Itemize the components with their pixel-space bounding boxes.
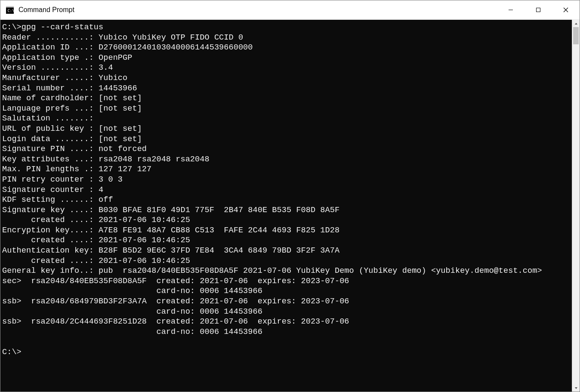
terminal-output[interactable]: C:\>gpg --card-status Reader ...........…	[0, 20, 572, 360]
maximize-button[interactable]	[524, 0, 552, 19]
output-line: General key info..: pub rsa2048/840EB535…	[2, 266, 542, 275]
window-controls	[497, 0, 580, 19]
output-line: Signature key ....: B030 BFAE 81F0 49D1 …	[2, 206, 339, 215]
minimize-button[interactable]	[497, 0, 524, 19]
output-line: Login data .......: [not set]	[2, 135, 142, 144]
close-button[interactable]	[552, 0, 580, 19]
window-title: Command Prompt	[19, 6, 74, 14]
command-prompt-window: C:\ Command Prompt C:\>gpg --card-status…	[0, 0, 580, 392]
svg-rect-1	[6, 6, 14, 7]
output-line: Max. PIN lengths .: 127 127 127	[2, 165, 151, 174]
output-line: Language prefs ...: [not set]	[2, 104, 142, 113]
output-line: Signature counter : 4	[2, 185, 103, 194]
output-line: Serial number ....: 14453966	[2, 84, 137, 93]
scroll-down-button[interactable]	[572, 384, 580, 392]
output-line: card-no: 0006 14453966	[2, 287, 262, 296]
output-line: created ....: 2021-07-06 10:46:25	[2, 236, 190, 245]
client-area: C:\>gpg --card-status Reader ...........…	[0, 20, 580, 392]
output-line: created ....: 2021-07-06 10:46:25	[2, 216, 190, 225]
output-line: Key attributes ...: rsa2048 rsa2048 rsa2…	[2, 155, 210, 164]
output-line: Signature PIN ....: not forced	[2, 145, 147, 154]
output-line: Reader ...........: Yubico YubiKey OTP F…	[2, 33, 243, 42]
output-line: KDF setting ......: off	[2, 195, 113, 204]
output-line: ssb> rsa2048/2C444693F8251D28 created: 2…	[2, 317, 349, 326]
scroll-up-button[interactable]	[572, 20, 580, 27]
output-line: sec> rsa2048/840EB535F08D8A5F created: 2…	[2, 277, 349, 286]
prompt: C:\>	[2, 348, 22, 357]
prompt: C:\>	[2, 23, 22, 32]
svg-text:C:\: C:\	[7, 9, 14, 13]
output-line: ssb> rsa2048/684979BD3F2F3A7A created: 2…	[2, 297, 349, 306]
output-line: Encryption key....: A7E8 FE91 48A7 CB88 …	[2, 226, 339, 235]
command-text: gpg --card-status	[22, 23, 103, 32]
svg-rect-3	[509, 10, 513, 10]
output-line: PIN retry counter : 3 0 3	[2, 175, 123, 184]
output-line: Manufacturer .....: Yubico	[2, 74, 127, 83]
output-line: Salutation .......:	[2, 114, 94, 123]
vertical-scrollbar[interactable]	[572, 20, 580, 392]
svg-rect-4	[537, 8, 540, 12]
scroll-thumb[interactable]	[573, 27, 579, 44]
command-prompt-icon: C:\	[5, 5, 15, 15]
titlebar[interactable]: C:\ Command Prompt	[0, 0, 580, 20]
output-line: Version ..........: 3.4	[2, 63, 113, 72]
output-line: URL of public key : [not set]	[2, 124, 142, 133]
output-line: card-no: 0006 14453966	[2, 327, 262, 336]
output-line: Application ID ...: D2760001240103040006…	[2, 43, 253, 52]
terminal[interactable]: C:\>gpg --card-status Reader ...........…	[0, 20, 572, 392]
output-line: Application type .: OpenPGP	[2, 53, 132, 62]
scroll-track[interactable]	[572, 27, 580, 384]
output-line: card-no: 0006 14453966	[2, 307, 262, 316]
output-line: Name of cardholder: [not set]	[2, 94, 142, 103]
output-line: created ....: 2021-07-06 10:46:25	[2, 256, 190, 265]
output-line: Authentication key: B28F B5D2 9E6C 37FD …	[2, 246, 339, 255]
